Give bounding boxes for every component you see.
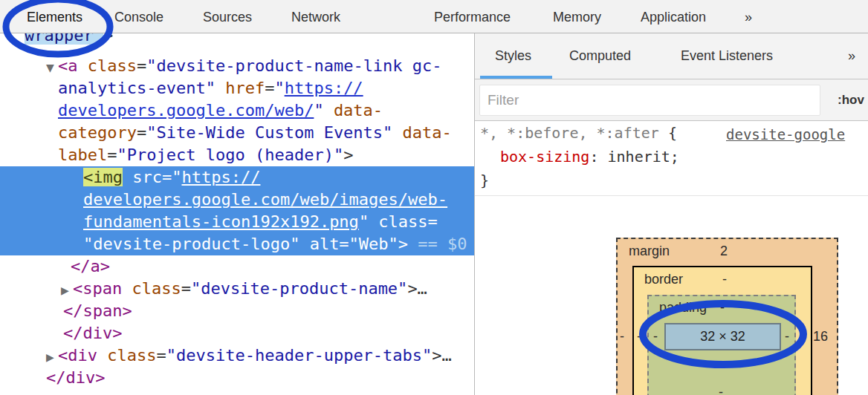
css-declaration[interactable]: box-sizing: inherit;	[475, 145, 868, 169]
box-model-padding-bottom-value[interactable]: -	[719, 385, 723, 395]
open-brace: {	[668, 124, 677, 142]
box-model-margin-left-value[interactable]: -	[620, 329, 624, 345]
dom-tree-node-line[interactable]: </div>	[0, 367, 474, 389]
dom-tree-node-line[interactable]: analytics-event" href="https://	[0, 77, 474, 99]
styles-sidebar-tabbar: Styles Computed Event Listeners »	[475, 33, 868, 79]
styles-filter-input[interactable]	[479, 85, 820, 116]
css-rule: *, *:before, *:after {devsite-google box…	[475, 121, 868, 192]
css-property-value[interactable]: : inherit;	[589, 148, 678, 166]
box-model-margin-right-value[interactable]: 16	[813, 329, 828, 345]
dom-tree-node-line[interactable]: </span>	[0, 300, 474, 322]
css-rule-selector-line[interactable]: *, *:before, *:after {devsite-google	[475, 121, 868, 145]
sidebar-more-tabs-chevron-icon[interactable]: »	[848, 33, 855, 79]
devtools-window: Elements Console Sources Network Perform…	[0, 0, 868, 395]
dom-tree-node-line[interactable]: developers.google.com/web/" data-	[0, 99, 474, 122]
dom-tree-node-line[interactable]: </a>	[0, 255, 474, 278]
active-tab-underline	[480, 76, 552, 79]
css-rule-close-line: }	[475, 169, 868, 192]
dom-tree-node-line[interactable]: category="Site-Wide Custom Events" data-	[0, 122, 474, 144]
css-selector: *, *:before, *:after	[480, 124, 668, 142]
box-model-padding-label: padding	[659, 300, 707, 316]
tab-sources[interactable]: Sources	[203, 2, 252, 32]
box-model-padding-top-value[interactable]: -	[720, 300, 725, 316]
dom-tree-node-line[interactable]: <img src="https://	[0, 166, 474, 189]
dom-tree-node-line[interactable]: "devsite-product-logo" alt="Web"> == $0	[0, 233, 474, 255]
dom-tree-node-line[interactable]: label="Project logo (header)">	[0, 144, 474, 166]
box-model-border-left-value[interactable]: -	[637, 329, 641, 345]
box-model-margin-top-value[interactable]: 2	[720, 244, 728, 259]
dom-tree-node-line[interactable]: ▶<div class="devsite-header-upper-tabs">…	[0, 345, 474, 367]
tab-memory[interactable]: Memory	[553, 2, 601, 32]
styles-sidebar: Styles Computed Event Listeners » :hov *…	[474, 33, 868, 395]
dom-tree-node-line[interactable]: ▼<a class="devsite-product-name-link gc-	[0, 55, 474, 77]
tab-console[interactable]: Console	[114, 2, 163, 32]
box-model-padding-left-value[interactable]: -	[653, 329, 658, 345]
stylesheet-source-link[interactable]: devsite-google	[726, 124, 868, 145]
toggle-element-state-button[interactable]: :hov	[838, 79, 864, 121]
tab-styles[interactable]: Styles	[495, 33, 531, 79]
devtools-main-tabbar: Elements Console Sources Network Perform…	[0, 0, 868, 33]
dom-tree-node-line[interactable]: wrapper">	[0, 33, 474, 47]
dom-tree-node-line[interactable]: fundamentals-icon192x192.png" class=	[0, 211, 474, 233]
styles-filter-toolbar: :hov	[475, 79, 868, 121]
tab-computed[interactable]: Computed	[569, 33, 631, 79]
tab-elements[interactable]: Elements	[27, 2, 82, 32]
box-model-margin-label: margin	[629, 244, 670, 259]
box-model-border-label: border	[644, 272, 683, 287]
box-model-content-box[interactable]: 32 × 32	[664, 323, 781, 350]
rule-separator	[475, 195, 868, 196]
tab-network[interactable]: Network	[291, 2, 340, 32]
tab-event-listeners[interactable]: Event Listeners	[681, 33, 773, 79]
tab-performance[interactable]: Performance	[434, 2, 511, 32]
dom-tree-node-line[interactable]: ▶<span class="devsite-product-name">…	[0, 278, 474, 300]
elements-dom-tree: wrapper">▼<a class="devsite-product-name…	[0, 33, 474, 395]
css-property-name[interactable]: box-sizing	[480, 148, 589, 166]
box-model-padding-right-value[interactable]: -	[785, 329, 789, 345]
dom-tree-node-line[interactable]: developers.google.com/web/images/web-	[0, 189, 474, 211]
dom-tree-node-line[interactable]: </div>	[0, 322, 474, 345]
box-model-border-top-value[interactable]: -	[722, 272, 727, 287]
more-tabs-chevron-icon[interactable]: »	[745, 2, 752, 32]
tab-application[interactable]: Application	[641, 2, 706, 32]
